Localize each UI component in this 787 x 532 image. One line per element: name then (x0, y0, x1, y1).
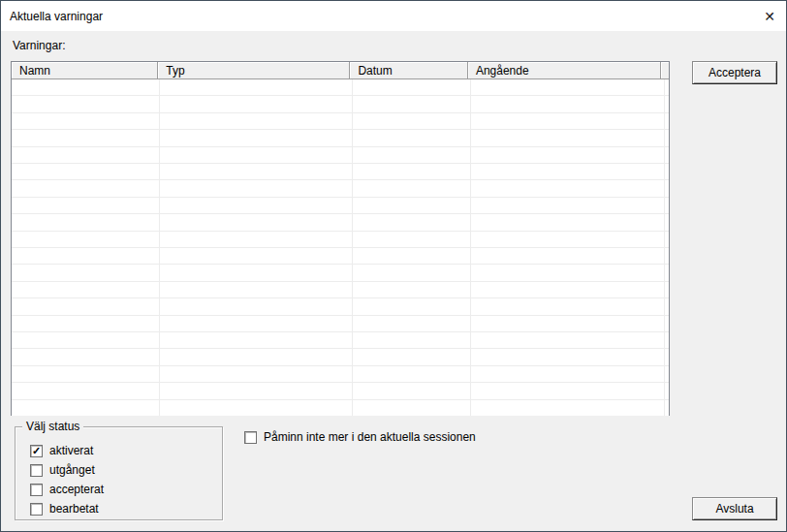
checkbox-unchecked-icon (30, 464, 43, 477)
checkbox-session-reminder-label: Påminn inte mer i den aktuella sessionen (264, 430, 476, 444)
checkbox-accepterat[interactable]: accepterat (30, 483, 104, 496)
checkbox-utganget-label: utgånget (49, 463, 95, 477)
checkbox-session-reminder[interactable]: Påminn inte mer i den aktuella sessionen (244, 430, 476, 444)
checkbox-checked-icon: ✓ (30, 445, 43, 457)
list-label: Varningar: (13, 39, 65, 52)
checkbox-unchecked-icon (30, 484, 43, 496)
close-button[interactable]: ✕ (753, 1, 786, 31)
checkbox-unchecked-icon (244, 431, 257, 444)
checkbox-accepterat-label: accepterat (49, 483, 104, 496)
gridline (664, 79, 665, 416)
accept-button-label: Acceptera (708, 66, 761, 79)
exit-button-label: Avsluta (715, 502, 753, 516)
status-groupbox-title: Välj status (22, 420, 83, 433)
checkbox-aktiverat[interactable]: ✓ aktiverat (30, 444, 93, 457)
accept-button[interactable]: Acceptera (692, 61, 777, 84)
close-icon: ✕ (764, 9, 775, 24)
column-header-filler (661, 62, 669, 78)
checkbox-utganget[interactable]: utgånget (30, 463, 95, 477)
check-icon: ✓ (32, 446, 41, 456)
titlebar[interactable]: Aktuella varningar (1, 1, 786, 31)
column-header-datum[interactable]: Datum (350, 62, 467, 78)
column-header-typ[interactable]: Typ (158, 62, 350, 78)
gridline (352, 79, 353, 416)
checkbox-unchecked-icon (30, 503, 43, 516)
gridline (470, 79, 471, 416)
warnings-list[interactable]: Namn Typ Datum Angående (11, 61, 670, 416)
checkbox-bearbetat[interactable]: bearbetat (30, 502, 99, 516)
gridline (159, 79, 160, 416)
status-groupbox: Välj status ✓ aktiverat utgånget accepte… (15, 426, 223, 520)
exit-button[interactable]: Avsluta (692, 497, 777, 520)
dialog-aktuella-varningar: Aktuella varningar ✕ Varningar: Namn Typ… (0, 0, 787, 532)
column-header-angaende[interactable]: Angående (468, 62, 661, 78)
column-header-namn[interactable]: Namn (12, 62, 158, 78)
list-body-empty[interactable] (12, 79, 669, 416)
list-header: Namn Typ Datum Angående (12, 62, 669, 79)
checkbox-aktiverat-label: aktiverat (49, 444, 93, 457)
window-title: Aktuella varningar (1, 10, 103, 23)
checkbox-bearbetat-label: bearbetat (49, 502, 99, 516)
